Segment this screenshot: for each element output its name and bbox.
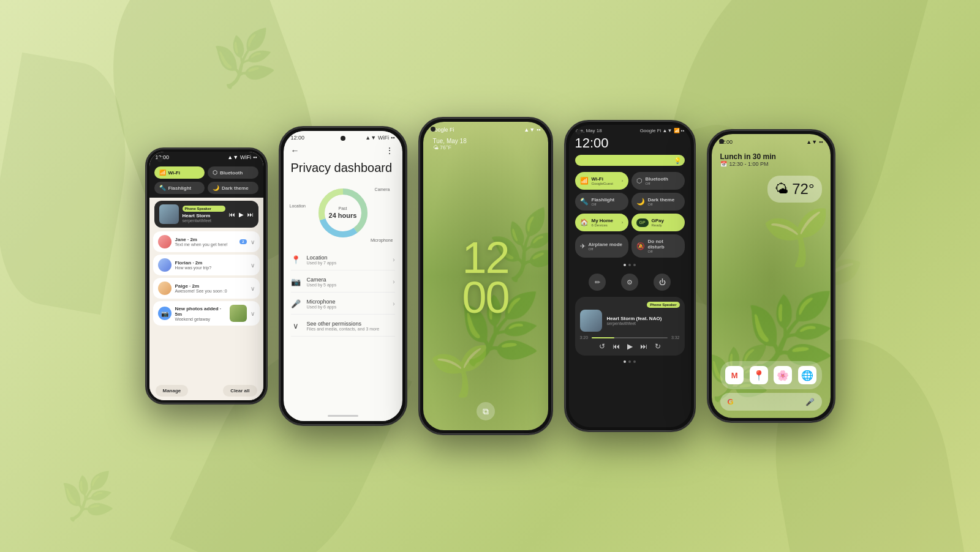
perm-other-sub: Files and media, contacts, and 3 more [307, 327, 395, 331]
calendar-icon: 📅 [720, 161, 727, 167]
p3-temp: 🌤 76°F [433, 144, 538, 151]
p4-home-tile[interactable]: 🏠 My Home 6 Devices › [575, 214, 628, 231]
p1-wifi-icon: WiFi [240, 154, 251, 160]
phone-3-lockscreen: 🌿 🌱 🌿 Google Fi ▲▼ ▪▪ Tue, May 18 🌤 76°F [418, 117, 553, 435]
music-thumbnail [159, 204, 179, 224]
google-g-logo: G [728, 397, 734, 406]
p3-signal: ▲▼ [524, 127, 535, 133]
wifi-chevron: › [622, 178, 624, 184]
p4-bluetooth-tile[interactable]: ⬡ Bluetooth Off [631, 172, 685, 190]
p5-signal: ▲▼ [806, 139, 817, 145]
notif-paige-msg: Awesome! See you soon :0 [175, 289, 247, 293]
prev-track-icon[interactable]: ⏮ [229, 211, 235, 218]
p4-next-icon[interactable]: ⏭ [640, 342, 647, 351]
more-options-button[interactable]: ⋮ [385, 146, 395, 155]
p5-weather-widget: 🌤 72° [767, 176, 821, 203]
p4-prev-icon[interactable]: ⏮ [612, 342, 620, 351]
p4-screen: Tue, May 18 Google Fi ▲▼ 📶 ▪▪ 12:00 💡 [569, 125, 691, 427]
p4-music-controls: ↺ ⏮ ▶ ⏭ ↻ [580, 342, 680, 351]
brightness-slider[interactable]: 💡 [575, 155, 685, 166]
p1-notifications-list: Jane · 2m Text me when you get here! 2 ∨… [149, 228, 263, 381]
dark-tile-icon: 🌙 [636, 198, 645, 206]
p3-clock-time: 1200 [423, 238, 548, 318]
p1-bluetooth-tile[interactable]: ⬡ Bluetooth [208, 166, 258, 179]
back-button[interactable]: ← [291, 146, 300, 155]
gpay-card-icon: GP [636, 218, 649, 227]
dot-3 [633, 264, 636, 266]
p2-time: 12:00 [291, 135, 305, 141]
chrome-icon[interactable]: 🌐 [798, 366, 816, 384]
p5-status-bar: 12:00 ▲▼ ▪▪ [712, 134, 831, 147]
notif-photos-text: New photos added · 5m Weekend getaway [175, 306, 226, 321]
p5-main-content: 🌤 72° [712, 170, 831, 305]
p3-bottom-bar: ⧉ [423, 402, 548, 430]
p4-music-info: Heart Storm (feat. NAO) serpentwithfeet [607, 316, 680, 326]
p1-flashlight-tile[interactable]: 🔦 Flashlight [154, 182, 205, 194]
p4-play-icon[interactable]: ▶ [627, 342, 633, 351]
p5-cal-sub: 📅 12:30 - 1:00 PM [720, 161, 822, 167]
privacy-dashboard-title: Privacy dashboard [284, 160, 402, 182]
phone-2-privacy: 12:00 ▲▼ WiFi ▪▪ ← ⋮ Privacy dashboard [279, 126, 407, 426]
recents-button[interactable]: ⧉ [477, 402, 495, 420]
mic-icon[interactable]: 🎤 [805, 398, 815, 406]
p4-dnd-tile[interactable]: 🔕 Do not disturb Off [631, 234, 685, 258]
p4-airplane-tile[interactable]: ✈ Airplane mode Off [575, 234, 628, 258]
play-pause-icon[interactable]: ▶ [239, 211, 244, 218]
p1-wifi-label: Wi-Fi [168, 170, 180, 176]
p4-music-top: Heart Storm (feat. NAO) serpentwithfeet [580, 310, 680, 332]
p4-time-start: 3:20 [580, 335, 589, 340]
expand-icon-2[interactable]: ∨ [251, 262, 255, 269]
perm-location-usage: Used by 7 apps [307, 261, 387, 265]
wifi-icon: 📶 [159, 170, 166, 176]
p4-darktheme-tile[interactable]: 🌙 Dark theme Off [631, 193, 685, 211]
settings-button[interactable]: ⚙ [621, 274, 638, 291]
power-button[interactable]: ⏻ [654, 274, 671, 291]
p4-gpay-tile[interactable]: GP GPay Ready [631, 214, 685, 231]
p4-gpay-text: GPay Ready [652, 218, 680, 227]
forward-icon[interactable]: ↻ [655, 342, 661, 351]
notif-paige-text: Paige · 2m Awesome! See you soon :0 [175, 283, 247, 293]
p2-status-icons: ▲▼ WiFi ▪▪ [365, 135, 394, 141]
p5-search-bar[interactable]: G 🎤 [720, 393, 822, 411]
p4-bt-text: Bluetooth Off [646, 176, 680, 185]
p1-darktheme-tile[interactable]: 🌙 Dark theme [208, 182, 258, 194]
p4-progress-bar[interactable] [592, 337, 668, 338]
p4-progress: 3:20 3:32 [580, 335, 680, 340]
p4-ap-text: Airplane mode Off [589, 242, 624, 251]
perm-other[interactable]: ∨ See other permissions Files and media,… [291, 316, 395, 337]
p4-dt-text: Dark theme Off [648, 197, 680, 206]
manage-button[interactable]: Manage [156, 385, 189, 397]
camera-dot-p4 [576, 130, 581, 135]
p4-status-bar: Tue, May 18 Google Fi ▲▼ 📶 ▪▪ [569, 125, 691, 135]
p4-fl-text: Flashlight Off [592, 197, 624, 206]
edit-button[interactable]: ✏ [589, 274, 606, 291]
p1-music-artist: serpentwithfeet [183, 218, 225, 223]
clear-all-button[interactable]: Clear all [223, 385, 257, 397]
expand-icon-4[interactable]: ∨ [251, 310, 255, 317]
mdot-1 [624, 360, 626, 363]
expand-icon-3[interactable]: ∨ [251, 285, 255, 292]
p4-wifi-text: Wi-Fi GoogleGuest [592, 176, 619, 185]
p1-flashlight-label: Flashlight [168, 185, 192, 191]
photos-icon[interactable]: 🌸 [774, 366, 792, 384]
p4-tiles-grid: 📶 Wi-Fi GoogleGuest › ⬡ Bluetooth Off [569, 170, 691, 260]
maps-icon[interactable]: 📍 [750, 366, 768, 384]
p4-flashlight-tile[interactable]: 🔦 Flashlight Off [575, 193, 628, 211]
perm-location[interactable]: 📍 Location Used by 7 apps › [291, 250, 395, 270]
p4-time-row: 12:00 [569, 135, 691, 151]
p4-progress-fill [592, 337, 614, 338]
microphone-icon: 🎤 [291, 299, 301, 308]
perm-microphone[interactable]: 🎤 Microphone Used by 6 apps › [291, 294, 395, 315]
next-track-icon[interactable]: ⏭ [247, 211, 254, 218]
notif-photos: 📷 New photos added · 5m Weekend getaway … [153, 301, 260, 326]
p1-wifi-tile[interactable]: 📶 Wi-Fi [154, 166, 205, 179]
replay-icon[interactable]: ↺ [599, 342, 605, 351]
perm-camera[interactable]: 📷 Camera Used by 5 apps › [291, 272, 395, 293]
p4-time: 12:00 [575, 135, 609, 151]
expand-icon[interactable]: ∨ [251, 239, 255, 245]
p2-home-indicator [284, 410, 402, 421]
p4-wifi-tile[interactable]: 📶 Wi-Fi GoogleGuest › [575, 172, 628, 190]
phone-1-notifications: 12:00 ▲▼ WiFi ▪▪ 📶 Wi-Fi ⬡ Blueto [145, 147, 268, 405]
notif-paige: Paige · 2m Awesome! See you soon :0 ∨ [153, 278, 260, 299]
gmail-icon[interactable]: M [725, 366, 744, 384]
